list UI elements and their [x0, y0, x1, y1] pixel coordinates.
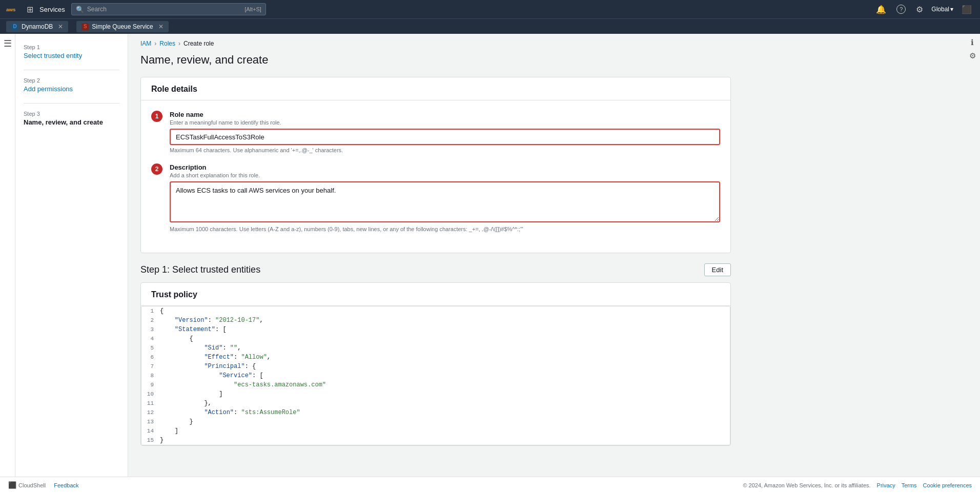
description-field: 2 Description Add a short explanation fo…: [151, 163, 720, 232]
code-line: 10 ]: [141, 389, 730, 399]
line-content: "Sid": "",: [160, 344, 241, 352]
line-number: 7: [141, 363, 160, 369]
line-content: ]: [160, 391, 222, 398]
role-name-input[interactable]: [170, 129, 720, 145]
dynamodb-icon: D: [11, 23, 18, 30]
page-wrapper: Step 1 Select trusted entity Step 2 Add …: [15, 34, 980, 493]
line-number: 6: [141, 354, 160, 360]
code-line: 4 {: [141, 334, 730, 343]
line-number: 9: [141, 381, 160, 388]
global-chevron-icon: ▾: [950, 6, 953, 13]
line-number: 1: [141, 307, 160, 314]
line-number: 2: [141, 317, 160, 323]
help-icon[interactable]: ?: [894, 3, 908, 16]
cloudshell-label: CloudShell: [18, 482, 46, 488]
terms-link[interactable]: Terms: [902, 482, 917, 488]
breadcrumb-iam[interactable]: IAM: [140, 40, 151, 47]
role-name-note: Maximum 64 characters. Use alphanumeric …: [170, 147, 720, 153]
steps-panel: Step 1 Select trusted entity Step 2 Add …: [15, 34, 128, 493]
footer-left: ⬛ CloudShell Feedback: [8, 481, 79, 489]
services-nav-label[interactable]: Services: [39, 6, 65, 13]
breadcrumb-create-role: Create role: [183, 40, 214, 47]
line-number: 3: [141, 326, 160, 333]
line-content: "ecs-tasks.amazonaws.com": [160, 381, 326, 388]
privacy-link[interactable]: Privacy: [877, 482, 895, 488]
step-2-link[interactable]: Add permissions: [24, 85, 73, 93]
description-label: Description: [170, 163, 720, 171]
code-line: 9 "ecs-tasks.amazonaws.com": [141, 380, 730, 389]
line-number: 11: [141, 400, 160, 406]
sqs-icon: S: [81, 23, 89, 30]
code-line: 12 "Action": "sts:AssumeRole": [141, 408, 730, 417]
global-region[interactable]: Global ▾: [931, 6, 953, 13]
sidebar: ☰: [0, 34, 15, 493]
edit-button[interactable]: Edit: [704, 263, 731, 276]
role-name-content: Role name Enter a meaningful name to ide…: [170, 111, 720, 153]
dynamodb-tab[interactable]: D DynamoDB ✕: [6, 21, 68, 32]
cookies-link[interactable]: Cookie preferences: [923, 482, 972, 488]
trust-policy-title: Trust policy: [151, 290, 720, 299]
line-number: 14: [141, 427, 160, 434]
code-line: 3 "Statement": [: [141, 325, 730, 334]
role-details-card: Role details 1 Role name Enter a meaning…: [140, 77, 731, 253]
settings-icon[interactable]: ⚙: [914, 3, 925, 16]
global-label: Global: [931, 6, 949, 13]
svg-text:aws: aws: [6, 7, 16, 12]
breadcrumb-roles[interactable]: Roles: [159, 40, 175, 47]
page-title: Name, review, and create: [140, 53, 731, 67]
terminal-icon[interactable]: ⬛: [959, 3, 974, 16]
code-line: 6 "Effect": "Allow",: [141, 353, 730, 362]
description-textarea[interactable]: Allows ECS tasks to call AWS services on…: [170, 181, 720, 222]
line-number: 8: [141, 372, 160, 379]
step-1-link[interactable]: Select trusted entity: [24, 52, 82, 59]
step-2-label: Step 2: [24, 77, 119, 84]
search-icon: 🔍: [76, 6, 84, 13]
cloudshell-button[interactable]: ⬛ CloudShell: [8, 481, 46, 489]
step-2: Step 2 Add permissions: [24, 77, 119, 93]
search-bar: 🔍 [Alt+S]: [71, 3, 266, 15]
line-content: },: [160, 400, 212, 407]
role-details-body: 1 Role name Enter a meaningful name to i…: [141, 100, 730, 253]
line-content: "Version": "2012-10-17",: [160, 317, 263, 324]
breadcrumb-sep-2: ›: [178, 40, 180, 47]
line-content: "Effect": "Allow",: [160, 354, 271, 361]
code-line: 1{: [141, 306, 730, 316]
step-3-label: Step 3: [24, 111, 119, 117]
description-note: Maximum 1000 characters. Use letters (A-…: [170, 226, 720, 232]
role-name-row: 1 Role name Enter a meaningful name to i…: [151, 111, 720, 153]
code-block: 1{2 "Version": "2012-10-17",3 "Statement…: [141, 306, 730, 445]
main-area: IAM › Roles › Create role Name, review, …: [128, 34, 980, 493]
sqs-tab-label: Simple Queue Service: [92, 23, 153, 30]
step-1: Step 1 Select trusted entity: [24, 44, 119, 59]
trust-policy-body: 1{2 "Version": "2012-10-17",3 "Statement…: [141, 306, 730, 445]
dynamodb-tab-close-icon[interactable]: ✕: [58, 23, 63, 30]
line-content: "Principal": {: [160, 363, 256, 370]
code-line: 5 "Sid": "",: [141, 343, 730, 353]
line-content: ]: [160, 427, 178, 435]
trusted-entities-header: Step 1: Select trusted entities Edit: [140, 263, 731, 276]
line-content: "Statement": [: [160, 326, 227, 333]
breadcrumb-sep-1: ›: [154, 40, 156, 47]
cloudshell-icon: ⬛: [8, 481, 16, 489]
right-panel: ℹ ⚙: [965, 34, 980, 60]
step-number-1: 1: [151, 111, 162, 122]
grid-icon[interactable]: ⊞: [27, 5, 33, 14]
footer: ⬛ CloudShell Feedback © 2024, Amazon Web…: [0, 477, 980, 493]
step-3: Step 3 Name, review, and create: [24, 111, 119, 126]
sqs-tab[interactable]: S Simple Queue Service ✕: [76, 21, 168, 32]
search-input[interactable]: [87, 6, 241, 13]
line-number: 4: [141, 335, 160, 342]
trusted-entities-section: Step 1: Select trusted entities Edit Tru…: [140, 263, 731, 446]
top-nav: aws ⊞ Services 🔍 [Alt+S] 🔔 ? ⚙ Global ▾ …: [0, 0, 980, 18]
sqs-tab-close-icon[interactable]: ✕: [158, 23, 164, 30]
sidebar-menu-icon[interactable]: ☰: [4, 38, 12, 49]
aws-logo[interactable]: aws: [6, 2, 21, 16]
notifications-icon[interactable]: 🔔: [874, 3, 888, 16]
code-line: 15}: [141, 436, 730, 445]
line-content: "Action": "sts:AssumeRole": [160, 409, 300, 416]
settings-panel-icon[interactable]: ⚙: [969, 51, 976, 60]
copyright: © 2024, Amazon Web Services, Inc. or its…: [743, 482, 870, 488]
trust-policy-header: Trust policy: [141, 283, 730, 306]
feedback-link[interactable]: Feedback: [54, 482, 78, 488]
info-icon[interactable]: ℹ: [971, 38, 974, 47]
